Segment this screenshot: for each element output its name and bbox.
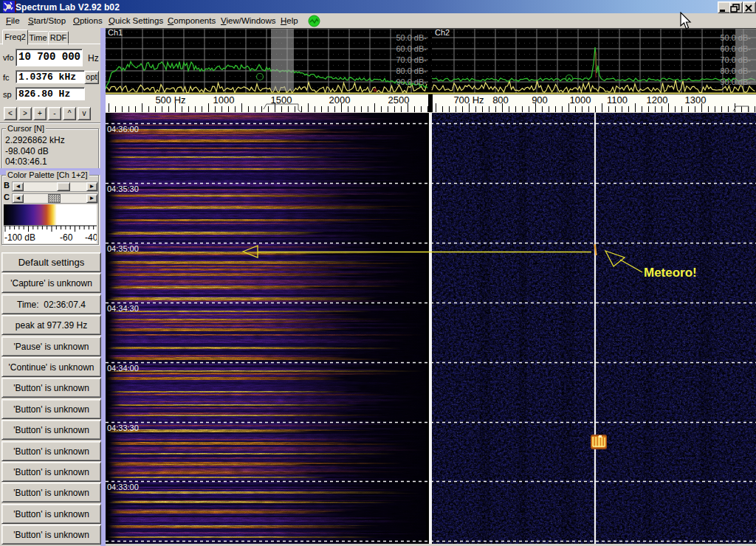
svg-text:2000: 2000 — [329, 94, 351, 106]
svg-text:1000: 1000 — [570, 94, 591, 106]
svg-text:500 Hz: 500 Hz — [155, 94, 185, 106]
svg-text:04:34:30: 04:34:30 — [107, 304, 139, 313]
svg-text:04:34:00: 04:34:00 — [107, 364, 139, 373]
svg-text:80.0 dB-: 80.0 dB- — [720, 66, 751, 75]
svg-text:60.0 dB-: 60.0 dB- — [720, 44, 751, 53]
svg-text:04:35:00: 04:35:00 — [107, 244, 139, 253]
svg-text:700 Hz: 700 Hz — [453, 94, 484, 106]
svg-text:Meteoro!: Meteoro! — [644, 266, 697, 280]
svg-text:-40: -40 — [85, 232, 97, 243]
svg-text:60.0 dB-: 60.0 dB- — [396, 44, 427, 53]
svg-text:80.0 dB-: 80.0 dB- — [396, 66, 427, 75]
svg-text:04:33:30: 04:33:30 — [107, 424, 139, 432]
svg-text:90.0 dB-: 90.0 dB- — [720, 77, 751, 86]
svg-text:-60: -60 — [60, 232, 73, 243]
svg-text:900: 900 — [532, 94, 548, 106]
svg-text:1000: 1000 — [213, 94, 235, 106]
svg-text:800: 800 — [492, 94, 509, 106]
svg-text:04:33:00: 04:33:00 — [107, 483, 139, 491]
svg-text:50.0 dB-: 50.0 dB- — [396, 33, 427, 42]
svg-text:1300: 1300 — [685, 94, 707, 106]
svg-text:Ch1: Ch1 — [108, 28, 123, 37]
svg-text:2500: 2500 — [388, 94, 410, 106]
svg-text:50.0 dB-: 50.0 dB- — [720, 33, 751, 42]
svg-text:1100: 1100 — [607, 94, 628, 106]
svg-text:Ch2: Ch2 — [435, 28, 450, 37]
svg-text:-100 dB: -100 dB — [4, 232, 35, 243]
svg-text:04:36:00: 04:36:00 — [107, 125, 139, 134]
svg-text:1200: 1200 — [647, 94, 668, 106]
svg-text:90.0 dB-: 90.0 dB- — [396, 77, 427, 86]
svg-text:70.0 dB-: 70.0 dB- — [720, 55, 751, 64]
svg-text:70.0 dB-: 70.0 dB- — [396, 55, 427, 64]
svg-text:04:35:30: 04:35:30 — [107, 184, 139, 193]
